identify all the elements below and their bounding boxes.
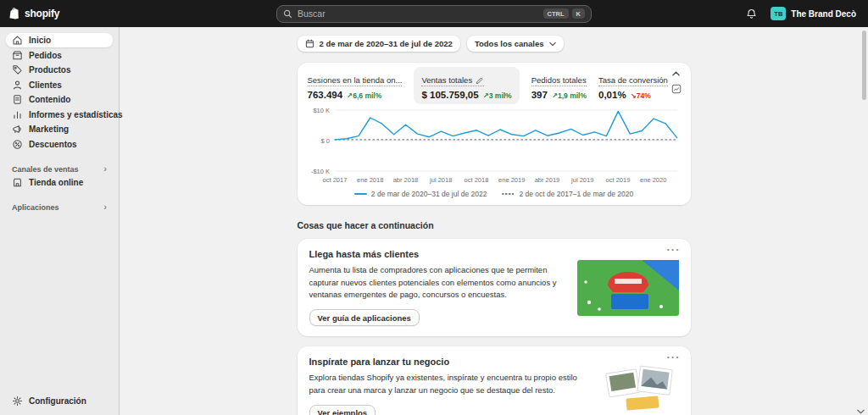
sidebar-section-header-canales-de-ventas[interactable]: Canales de ventas › bbox=[6, 162, 113, 175]
illustration-photo-collage bbox=[603, 363, 679, 414]
chevron-right-icon: › bbox=[103, 164, 107, 174]
scrollbar-thumb[interactable] bbox=[862, 30, 866, 100]
account-menu[interactable]: TB The Brand Decò bbox=[767, 5, 860, 22]
sidebar-item-configuracion[interactable]: Configuración bbox=[6, 394, 113, 408]
task-button-ver-guia-de-aplicaciones[interactable]: Ver guía de aplicaciones bbox=[309, 309, 420, 326]
task-button-ver-ejemplos[interactable]: Ver ejemplos bbox=[309, 405, 376, 415]
svg-text:jul 2019: jul 2019 bbox=[570, 176, 593, 184]
home-icon bbox=[12, 35, 23, 46]
svg-text:jul 2018: jul 2018 bbox=[429, 176, 452, 184]
task-card-body: Explora tiendas Shopify ya existentes, i… bbox=[309, 372, 587, 396]
metric-value: 0,01% bbox=[598, 90, 626, 100]
sidebar-section-canales-de-ventas: Canales de ventas › Tienda online bbox=[6, 162, 113, 190]
shopify-logo[interactable]: shopify bbox=[8, 7, 59, 20]
sidebar-item-label: Clientes bbox=[29, 80, 62, 90]
metric-delta: ↘74% bbox=[631, 91, 651, 100]
sidebar-item-clientes[interactable]: Clientes bbox=[6, 78, 113, 92]
metric-pedidos-totales[interactable]: Pedidos totales 397 ↗1,9 mil% bbox=[531, 71, 587, 100]
legend-item: 2 de oct de 2017–1 de mar de 2020 bbox=[502, 190, 633, 198]
svg-text:oct 2019: oct 2019 bbox=[605, 176, 630, 184]
search-input[interactable]: Buscar CTRL K bbox=[276, 5, 592, 23]
metric-value: 397 bbox=[531, 90, 548, 100]
marketing-icon bbox=[12, 124, 23, 135]
report-icon[interactable] bbox=[671, 84, 682, 94]
svg-text:oct 2017: oct 2017 bbox=[322, 176, 347, 184]
topbar: shopify Buscar CTRL K TB The Brand Decò bbox=[0, 0, 868, 27]
metric-sesiones-en-la-tienda-on[interactable]: Sesiones en la tienda on... 763.494 ↗6,6… bbox=[308, 71, 403, 100]
sidebar-item-contenido[interactable]: Contenido bbox=[6, 92, 113, 107]
brand-wordmark: shopify bbox=[25, 8, 59, 19]
section-label: Aplicaciones bbox=[12, 203, 59, 212]
sidebar-item-informes-y-estadisticas[interactable]: Informes y estadísticas bbox=[6, 108, 113, 122]
sidebar-item-label: Inicio bbox=[29, 36, 51, 45]
discounts-icon bbox=[12, 139, 23, 150]
chart-legend: 2 de mar de 2020–31 de jul de 20222 de o… bbox=[308, 188, 681, 202]
sidebar-item-label: Descuentos bbox=[29, 140, 77, 149]
chevron-right-icon: › bbox=[103, 202, 107, 212]
sales-line-chart: $10 K$ 0-$10 Koct 2017ene 2018abr 2018ju… bbox=[308, 103, 681, 188]
sidebar-item-label: Productos bbox=[29, 65, 70, 75]
search-icon bbox=[283, 9, 292, 19]
store-name: The Brand Decò bbox=[791, 9, 856, 19]
avatar: TB bbox=[771, 7, 786, 20]
legend-item: 2 de mar de 2020–31 de jul de 2022 bbox=[354, 190, 487, 198]
sidebar-item-productos[interactable]: Productos bbox=[6, 63, 113, 77]
kbd-k: K bbox=[572, 8, 585, 19]
sidebar-section-aplicaciones: Aplicaciones › bbox=[6, 200, 113, 213]
metric-tasa-de-conversion[interactable]: Tasa de conversión 0,01% ↘74% bbox=[598, 71, 668, 100]
sidebar-item-inicio[interactable]: Inicio bbox=[6, 33, 113, 47]
sidebar-item-pedidos[interactable]: Pedidos bbox=[6, 48, 113, 63]
svg-text:-$10 K: -$10 K bbox=[310, 168, 329, 175]
products-icon bbox=[12, 64, 23, 75]
sidebar-item-label: Marketing bbox=[29, 125, 69, 134]
illustration-storefront-scene bbox=[577, 260, 679, 316]
sidebar-item-label: Pedidos bbox=[29, 51, 62, 60]
metric-label: Tasa de conversión bbox=[598, 75, 668, 86]
metric-ventas-totales[interactable]: Ventas totales $ 105.759,05 ↗3 mil% bbox=[414, 67, 519, 104]
calendar-icon bbox=[305, 39, 314, 48]
dashboard-filters: 2 de mar de 2020–31 de jul de 2022 Todos… bbox=[298, 36, 691, 52]
task-card-title: Inspírate para lanzar tu negocio bbox=[309, 357, 587, 367]
sidebar-section-header-aplicaciones[interactable]: Aplicaciones › bbox=[6, 200, 113, 213]
scroll-down-icon[interactable] bbox=[857, 409, 865, 414]
card-menu-dots-icon[interactable]: ··· bbox=[667, 244, 681, 255]
next-steps-heading: Cosas que hacer a continuación bbox=[298, 220, 691, 230]
kbd-ctrl: CTRL bbox=[543, 8, 569, 19]
metric-delta: ↗3 mil% bbox=[483, 91, 512, 100]
task-card-inspirate-para-lanzar-tu-negocio: Inspírate para lanzar tu negocio Explora… bbox=[298, 346, 691, 415]
svg-text:ene 2019: ene 2019 bbox=[498, 176, 525, 184]
task-card-body: Aumenta tu lista de compradores con apli… bbox=[309, 264, 562, 302]
customers-icon bbox=[12, 80, 23, 91]
sidebar-item-marketing[interactable]: Marketing bbox=[6, 122, 113, 136]
analytics-panel: Sesiones en la tienda on... 763.494 ↗6,6… bbox=[298, 63, 691, 205]
metric-label: Sesiones en la tienda on... bbox=[308, 75, 403, 86]
date-range-picker[interactable]: 2 de mar de 2020–31 de jul de 2022 bbox=[298, 36, 460, 52]
sidebar-item-descuentos[interactable]: Descuentos bbox=[6, 137, 113, 152]
svg-text:ene 2018: ene 2018 bbox=[357, 176, 383, 184]
svg-text:$10 K: $10 K bbox=[313, 107, 330, 114]
sidebar-item-label: Informes y estadísticas bbox=[29, 110, 123, 119]
sidebar: InicioPedidosProductosClientesContenidoI… bbox=[0, 27, 120, 415]
sidebar-item-label: Tienda online bbox=[29, 178, 83, 187]
collapse-chevron-up-icon[interactable] bbox=[672, 71, 680, 76]
svg-text:$ 0: $ 0 bbox=[320, 137, 329, 145]
main-content: 2 de mar de 2020–31 de jul de 2022 Todos… bbox=[120, 27, 868, 415]
notifications-bell-icon[interactable] bbox=[746, 8, 757, 19]
section-label: Canales de ventas bbox=[12, 165, 79, 174]
metric-label: Pedidos totales bbox=[531, 75, 587, 86]
orders-icon bbox=[12, 50, 23, 61]
svg-text:ene 2020: ene 2020 bbox=[640, 176, 666, 184]
channel-filter[interactable]: Todos los canales bbox=[467, 36, 564, 52]
shopify-admin-page: shopify Buscar CTRL K TB The Brand Decò … bbox=[0, 0, 868, 415]
settings-icon bbox=[12, 396, 23, 407]
svg-text:oct 2018: oct 2018 bbox=[464, 176, 488, 184]
edit-pencil-icon[interactable] bbox=[476, 76, 484, 85]
svg-text:abr 2019: abr 2019 bbox=[534, 176, 559, 184]
search-placeholder: Buscar bbox=[298, 8, 538, 19]
sidebar-item-tienda-online[interactable]: Tienda online bbox=[6, 175, 113, 190]
search-shortcut: CTRL K bbox=[543, 8, 585, 19]
metric-value: 763.494 bbox=[308, 90, 343, 100]
channel-filter-label: Todos los canales bbox=[475, 39, 544, 48]
task-card-llega-hasta-mas-clientes: Llega hasta más clientes Aumenta tu list… bbox=[298, 239, 691, 336]
card-menu-dots-icon[interactable]: ··· bbox=[667, 351, 681, 362]
